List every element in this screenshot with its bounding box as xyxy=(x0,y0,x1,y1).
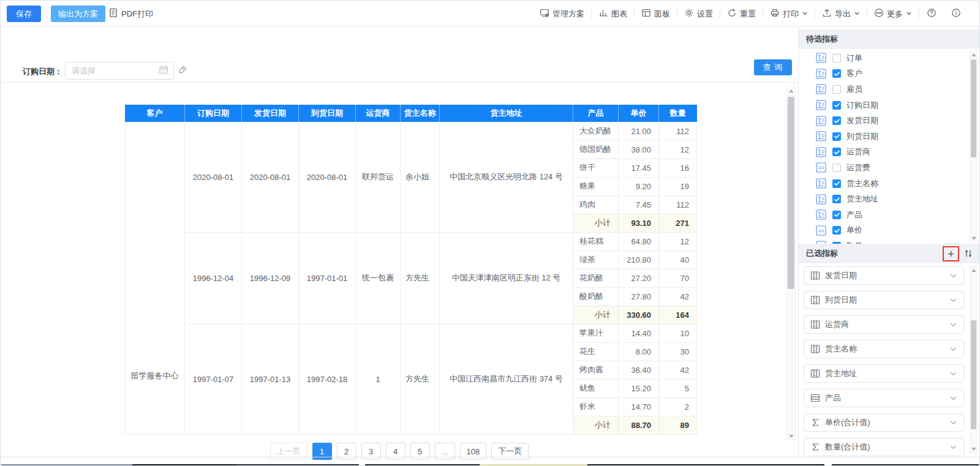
selected-indicator-card[interactable]: 数量(合计值) xyxy=(804,438,964,456)
help-button[interactable] xyxy=(919,1,944,27)
save-button[interactable]: 保存 xyxy=(7,6,41,22)
chevron-down-icon[interactable] xyxy=(949,296,957,304)
caret-down-icon xyxy=(906,9,912,18)
indicator-checkbox[interactable] xyxy=(832,195,841,203)
indicator-checkbox[interactable] xyxy=(832,116,841,125)
quantity-cell: 42 xyxy=(659,361,697,379)
quantity-cell: 2 xyxy=(659,397,697,416)
output-as-scheme-button[interactable]: 输出为方案 xyxy=(51,6,105,22)
selected-indicator-card[interactable]: 产品 xyxy=(804,389,964,407)
indicator-checkbox[interactable] xyxy=(832,69,841,78)
pending-indicator-item[interactable]: 123数量 xyxy=(799,238,968,244)
shipper-cell: 统一包裹 xyxy=(356,232,401,324)
pending-indicator-item[interactable]: 123单价 xyxy=(799,223,968,239)
selected-indicator-card[interactable]: 单价(合计值) xyxy=(804,413,964,432)
gear-icon xyxy=(684,8,694,20)
print-icon xyxy=(770,8,780,20)
chevron-down-icon[interactable] xyxy=(949,370,957,378)
toolbar-item-label: 更多 xyxy=(887,9,903,20)
chevron-down-icon[interactable] xyxy=(949,394,957,402)
selected-indicator-card[interactable]: 发货日期 xyxy=(804,266,964,285)
pending-indicator-item[interactable]: 产品 xyxy=(799,207,968,223)
chevron-down-icon[interactable] xyxy=(949,443,957,451)
toolbar-item-more[interactable]: 更多 xyxy=(867,1,919,27)
info-button[interactable] xyxy=(944,1,968,27)
sort-indicators-icon[interactable] xyxy=(963,249,973,258)
indicator-checkbox[interactable] xyxy=(832,101,841,110)
selected-list-scrollbar[interactable] xyxy=(970,266,978,453)
price-cell: 17.45 xyxy=(619,159,659,177)
scheme-icon xyxy=(540,8,549,20)
pending-indicator-item[interactable]: 123运货费 xyxy=(799,160,968,176)
pending-indicator-item[interactable]: 订单 xyxy=(799,50,968,66)
indicator-checkbox[interactable] xyxy=(832,54,841,62)
subtotal-price-cell: 93.10 xyxy=(619,214,659,232)
indicator-label: 运货商 xyxy=(846,146,870,157)
selected-indicator-card[interactable]: 货主名称 xyxy=(804,340,964,358)
scrollbar-thumb[interactable] xyxy=(971,59,976,157)
report-preview-area: 客户订购日期发货日期到货日期运货商货主名称货主地址产品单价数量留学服务中心202… xyxy=(1,83,798,457)
query-button[interactable]: 查 询 xyxy=(754,59,792,75)
eraser-icon[interactable] xyxy=(178,65,187,77)
indicator-checkbox[interactable] xyxy=(832,148,841,156)
pdf-print-button[interactable]: PDF打印 xyxy=(108,1,153,27)
calendar-icon[interactable]: 7 xyxy=(159,65,168,77)
arrive-date-cell: 1997-02-18 xyxy=(299,324,356,434)
selected-indicator-card[interactable]: 运货商 xyxy=(804,315,964,334)
chevron-down-icon[interactable] xyxy=(949,419,957,427)
toolbar-item-chart[interactable]: 图表 xyxy=(592,1,634,27)
scrollbar-thumb[interactable] xyxy=(788,97,794,289)
indicator-checkbox[interactable] xyxy=(832,132,841,141)
text-field-icon xyxy=(816,194,826,205)
indicator-checkbox[interactable] xyxy=(832,163,841,172)
pending-indicator-item[interactable]: 货主名称 xyxy=(799,176,968,192)
toolbar-item-panel[interactable]: 面板 xyxy=(635,1,677,27)
toolbar-item-scheme[interactable]: 管理方案 xyxy=(533,1,591,27)
price-cell: 9.20 xyxy=(619,177,659,195)
indicator-checkbox[interactable] xyxy=(832,179,841,188)
toolbar-item-reset[interactable]: 重置 xyxy=(720,1,763,27)
toolbar-item-label: 导出 xyxy=(835,9,851,20)
help-icon xyxy=(927,8,937,20)
toolbar-item-print[interactable]: 打印 xyxy=(763,1,815,27)
selected-indicator-card[interactable]: 到货日期 xyxy=(804,291,964,309)
selected-indicator-card[interactable]: 货主地址 xyxy=(804,364,964,383)
indicator-checkbox[interactable] xyxy=(832,85,841,94)
svg-text:7: 7 xyxy=(162,69,165,73)
pending-indicator-item[interactable]: 发货日期 xyxy=(799,113,968,129)
quantity-cell: 16 xyxy=(659,159,697,177)
sigma-icon xyxy=(810,418,820,427)
quantity-cell: 112 xyxy=(659,122,697,140)
indicator-checkbox[interactable] xyxy=(832,211,841,219)
text-field-icon xyxy=(816,53,826,63)
order-date-input[interactable]: 请选择 7 xyxy=(65,62,174,80)
pending-indicator-item[interactable]: 客户 xyxy=(799,66,968,82)
product-cell: 花生 xyxy=(573,342,619,361)
pending-indicator-item[interactable]: 订购日期 xyxy=(799,97,968,113)
chevron-down-icon[interactable] xyxy=(949,321,957,329)
indicator-label: 到货日期 xyxy=(846,131,878,142)
table-row: 留学服务中心2020-08-012020-08-012020-08-01联邦货运… xyxy=(125,122,697,140)
pending-indicator-item[interactable]: 货主地址 xyxy=(799,191,968,207)
indicator-checkbox[interactable] xyxy=(832,226,841,235)
report-table: 客户订购日期发货日期到货日期运货商货主名称货主地址产品单价数量留学服务中心202… xyxy=(124,105,697,435)
indicator-label: 发货日期 xyxy=(825,270,857,281)
pending-indicator-item[interactable]: 雇员 xyxy=(799,81,968,97)
pending-indicator-item[interactable]: 运货商 xyxy=(799,145,968,160)
add-indicator-button[interactable]: + xyxy=(943,246,959,261)
chevron-down-icon[interactable] xyxy=(949,272,957,280)
toolbar-item-label: 重置 xyxy=(740,9,756,20)
toolbar-item-gear[interactable]: 设置 xyxy=(677,1,720,27)
pending-indicator-item[interactable]: 到货日期 xyxy=(799,129,968,145)
toolbar-item-export[interactable]: 导出 xyxy=(815,1,867,27)
pending-list-scrollbar[interactable] xyxy=(970,50,978,242)
chevron-down-icon[interactable] xyxy=(949,345,957,353)
price-cell: 21.00 xyxy=(619,122,659,140)
price-cell: 36.40 xyxy=(619,361,659,379)
ship-date-cell: 1997-01-13 xyxy=(242,324,299,434)
main-vertical-scrollbar[interactable] xyxy=(786,86,796,440)
scrollbar-thumb[interactable] xyxy=(971,320,976,429)
quantity-cell: 5 xyxy=(659,379,697,397)
indicator-label: 产品 xyxy=(825,393,841,404)
arrive-date-cell: 1997-01-01 xyxy=(299,232,356,324)
